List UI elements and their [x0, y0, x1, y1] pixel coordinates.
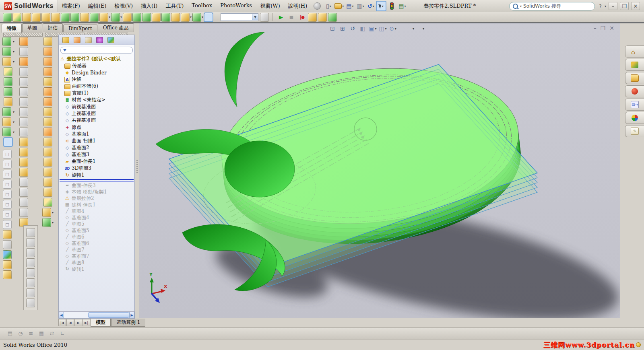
toolbar-button[interactable]: [2, 260, 13, 269]
tree-item[interactable]: 本體-移動/複製1: [59, 189, 134, 195]
panel-tab[interactable]: [83, 35, 93, 44]
tree-item[interactable]: 注解: [59, 76, 134, 83]
feature-tool-button[interactable]: [22, 13, 31, 22]
toolbar-button[interactable]: [2, 47, 14, 56]
standard-toolbar-button[interactable]: [334, 1, 344, 11]
tree-item[interactable]: 旋转1: [59, 266, 134, 272]
toolbar-button[interactable]: [18, 107, 29, 116]
dropdown-caret-icon[interactable]: [342, 4, 344, 8]
tree-item[interactable]: 草图5: [59, 221, 134, 227]
toolbar-button[interactable]: [42, 57, 54, 66]
minimize-button[interactable]: –: [609, 2, 617, 10]
tab-nav-button[interactable]: ◀: [66, 319, 74, 326]
toolbar-button[interactable]: [18, 138, 29, 146]
toolbar-button[interactable]: [18, 47, 29, 56]
feature-tool-button[interactable]: [171, 13, 180, 22]
toolbar-button[interactable]: [42, 208, 54, 217]
view-tool-button[interactable]: [338, 24, 347, 33]
feature-tool-button[interactable]: [111, 13, 122, 22]
bottom-tab[interactable]: 运动算例 1: [111, 319, 145, 327]
command-tab[interactable]: DimXpert: [63, 25, 97, 32]
view-tool-button[interactable]: [328, 24, 337, 33]
doc-window-button[interactable]: ✕: [609, 25, 614, 31]
toolbar-button[interactable]: [2, 57, 14, 66]
toolbar-button[interactable]: [2, 170, 13, 179]
help-button[interactable]: ?: [599, 3, 602, 9]
tree-item[interactable]: 曲面-扫描1: [59, 138, 134, 144]
dropdown-caret-icon[interactable]: [373, 4, 374, 8]
tree-item[interactable]: 基准面3: [59, 151, 134, 158]
toolbar-button[interactable]: [2, 210, 13, 219]
command-tab[interactable]: Office 產品: [98, 23, 134, 32]
toolbar-button[interactable]: [2, 190, 13, 199]
standard-toolbar-button[interactable]: [324, 1, 333, 11]
tree-item[interactable]: 材質 <未指定>: [59, 97, 134, 103]
dropdown-caret-icon[interactable]: [404, 4, 406, 8]
bottom-toolbar-button[interactable]: ▦: [37, 329, 46, 338]
tree-item[interactable]: 基准面5: [59, 227, 134, 234]
toolbar-button[interactable]: [2, 77, 14, 86]
toolbar-button[interactable]: [42, 117, 54, 126]
tree-item[interactable]: 曲面-伸長3: [59, 182, 134, 189]
search-box[interactable]: SolidWorks 搜尋: [509, 2, 595, 10]
tree-item[interactable]: 原点: [59, 124, 134, 131]
feature-tool-button[interactable]: [204, 13, 213, 22]
tree-item[interactable]: 旋轉1: [59, 172, 134, 179]
toolbar-button[interactable]: [18, 198, 29, 207]
toolbar-button[interactable]: [25, 268, 36, 277]
feature-tool-button[interactable]: [51, 13, 60, 22]
toolbar-button[interactable]: [25, 299, 36, 307]
standard-toolbar-button[interactable]: [355, 1, 365, 11]
menu-item[interactable]: 工具(T): [161, 1, 188, 11]
dropdown-caret-icon[interactable]: [109, 15, 110, 19]
bottom-toolbar-button[interactable]: ≡: [27, 329, 35, 338]
feature-tool-button[interactable]: [41, 13, 50, 22]
dropdown-caret-icon[interactable]: [13, 130, 14, 134]
feature-tool-button[interactable]: [181, 13, 192, 22]
tab-nav-button[interactable]: ▶|: [83, 319, 90, 326]
scrollbar-thumb[interactable]: [88, 312, 130, 318]
feature-tool-button[interactable]: [132, 13, 141, 22]
toolbar-button[interactable]: [2, 107, 14, 116]
task-pane-tab[interactable]: [625, 59, 644, 71]
view-tool-button[interactable]: [348, 24, 357, 33]
toolbar-button[interactable]: [2, 67, 14, 76]
toolbar-button[interactable]: [2, 128, 14, 136]
macro-button[interactable]: [328, 13, 337, 22]
view-tool-button[interactable]: [368, 24, 377, 33]
panel-tab[interactable]: [72, 35, 82, 44]
toolbar-button[interactable]: [25, 278, 36, 287]
feature-tool-button[interactable]: [70, 13, 79, 22]
toolbar-button[interactable]: [18, 57, 29, 66]
toolbar-button[interactable]: [2, 97, 14, 106]
view-tool-button[interactable]: [398, 24, 407, 33]
toolbar-button[interactable]: [18, 77, 29, 86]
search-caret-icon[interactable]: [520, 4, 522, 8]
toolbar-button[interactable]: [2, 117, 14, 126]
menu-item[interactable]: 檢視(V): [111, 1, 137, 11]
menu-item[interactable]: 檔案(F): [58, 1, 84, 11]
toolbar-button[interactable]: [42, 67, 54, 76]
toolbar-button[interactable]: [18, 178, 29, 187]
menu-item[interactable]: Toolbox: [188, 1, 216, 11]
feature-tool-button[interactable]: [142, 13, 151, 22]
toolbar-button[interactable]: [42, 188, 54, 197]
close-button[interactable]: ✕: [631, 2, 640, 10]
view-tool-button[interactable]: [378, 24, 387, 33]
menu-item[interactable]: PhotoWorks: [216, 1, 256, 11]
tree-horizontal-scrollbar[interactable]: ◀ ▶: [59, 311, 134, 318]
standard-toolbar-button[interactable]: [387, 1, 396, 11]
command-tab[interactable]: 評估: [43, 23, 63, 32]
panel-tab[interactable]: [105, 35, 116, 44]
feature-tool-button[interactable]: [61, 13, 70, 22]
menu-item[interactable]: 編輯(E): [84, 1, 111, 11]
dropdown-caret-icon[interactable]: [330, 4, 331, 8]
tree-item[interactable]: 草图8: [59, 259, 134, 266]
dropdown-caret-icon[interactable]: [52, 211, 54, 214]
tree-item[interactable]: 除料-伸長1: [59, 202, 134, 208]
tree-item[interactable]: 基准面7: [59, 253, 134, 259]
tree-item[interactable]: 基准面2: [59, 144, 134, 151]
tree-item[interactable]: 實體(1): [59, 90, 134, 97]
toolbar-button[interactable]: [18, 97, 29, 106]
task-pane-tab[interactable]: [625, 85, 644, 97]
